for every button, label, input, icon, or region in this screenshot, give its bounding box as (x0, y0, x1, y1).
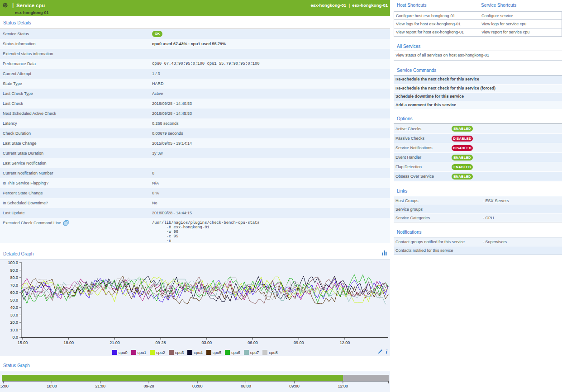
detailed-graph-title[interactable]: Detailed Graph (0, 245, 33, 259)
notifications-list: Contact groups notified for this service… (394, 237, 562, 255)
state-badge[interactable]: DISABLED (452, 145, 473, 151)
status-row-label: Percent State Change (0, 191, 152, 195)
host-shortcuts-title[interactable]: Host Shortcuts (394, 0, 478, 9)
service-status-badge: OK (152, 31, 162, 37)
link-row: Contact groups notified for this service… (394, 237, 562, 246)
svg-text:20.0: 20.0 (10, 320, 18, 325)
link-row: Service Categories- CPU (394, 213, 562, 222)
state-badge[interactable]: ENABLED (452, 126, 473, 132)
legend-label: cpu8 (269, 350, 278, 355)
service-command-link[interactable]: Re-schedule the next check for this serv… (394, 84, 562, 93)
host-subtitle[interactable]: esx-hongkong-01 (15, 10, 388, 15)
legend-item[interactable]: cpu5 (206, 350, 222, 355)
status-graph-title[interactable]: Status Graph (0, 361, 390, 371)
legend-item[interactable]: cpu4 (187, 350, 203, 355)
host-shortcut-link[interactable]: View report for host esx-hongkong-01 (394, 30, 480, 34)
link-value: - Supervisors (483, 240, 562, 244)
gear-icon[interactable] (2, 2, 8, 8)
status-row-label: Service Status (0, 32, 152, 36)
option-row: Flap DetectionENABLED (394, 162, 562, 171)
link-value: - CPU (483, 216, 562, 220)
copy-icon[interactable] (63, 220, 69, 226)
legend-swatch (112, 350, 117, 355)
svg-text:70.0: 70.0 (10, 283, 18, 288)
options-title[interactable]: Options (394, 113, 562, 123)
legend-swatch (225, 350, 230, 355)
status-row-value: 0 (152, 171, 390, 175)
service-commands-list: Re-schedule the next check for this serv… (394, 75, 562, 109)
option-label: Event Handler (395, 155, 452, 160)
svg-text:09:00: 09:00 (294, 340, 304, 345)
detailed-graph-chart[interactable]: 0.010.020.030.040.050.060.070.080.090.01… (0, 260, 390, 349)
status-row: Last Service Notification (0, 158, 390, 168)
bar-chart-icon[interactable] (382, 250, 387, 255)
svg-text:90.0: 90.0 (10, 268, 18, 273)
status-row: Is This Service Flapping?N/A (0, 178, 390, 188)
state-badge[interactable]: ENABLED (452, 155, 473, 161)
status-row: Performance Datacpu0=67.43;90;95;0;100 c… (0, 59, 390, 69)
link-value: - ESX-Servers (483, 198, 562, 203)
right-column: Host Shortcuts Service Shortcuts Configu… (394, 0, 562, 392)
service-shortcut-link[interactable]: View report for service cpu (480, 30, 562, 34)
state-badge[interactable]: DISABLED (452, 136, 473, 142)
service-command-link[interactable]: Re-schedule the next check for this serv… (394, 76, 562, 84)
status-row-label: Check Duration (0, 131, 152, 136)
state-badge[interactable]: ENABLED (452, 174, 473, 179)
legend-item[interactable]: cpu6 (225, 350, 240, 355)
legend-item[interactable]: cpu7 (244, 350, 259, 355)
host-shortcut-link[interactable]: View logs for host esx-hongkong-01 (394, 22, 480, 26)
service-commands-title[interactable]: Service Commands (394, 65, 562, 74)
pencil-icon[interactable] (378, 349, 383, 354)
info-icon[interactable]: i (386, 349, 387, 354)
service-command-link[interactable]: Schedule downtime for this service (394, 92, 562, 101)
status-row-label: State Type (0, 81, 152, 86)
status-row: Latency0.268 seconds (0, 118, 390, 128)
svg-text:80.0: 80.0 (10, 275, 18, 280)
svg-text:15:00: 15:00 (0, 384, 9, 388)
legend-item[interactable]: cpu8 (262, 350, 278, 355)
status-row-label: Last Service Notification (0, 161, 152, 165)
status-row-label: Performance Data (0, 61, 152, 66)
status-row-label: Last Check Type (0, 91, 152, 96)
service-shortcuts-title[interactable]: Service Shortcuts (478, 0, 562, 9)
all-services-title[interactable]: All Services (394, 41, 562, 50)
legend-item[interactable]: cpu0 (112, 350, 128, 355)
legend-item[interactable]: cpu1 (131, 350, 147, 355)
link-row: Service groups (394, 205, 562, 213)
service-command-link[interactable]: Add a comment for this service (394, 101, 562, 109)
svg-text:21:00: 21:00 (95, 384, 106, 388)
legend-item[interactable]: cpu3 (169, 350, 184, 355)
option-row: Active ChecksENABLED (394, 124, 562, 133)
notifications-title[interactable]: Notifications (394, 227, 562, 236)
host-shortcut-link[interactable]: Configure host esx-hongkong-01 (394, 14, 480, 18)
service-shortcut-link[interactable]: Configure service (480, 14, 562, 18)
legend-label: cpu5 (213, 350, 222, 355)
options-list: Active ChecksENABLEDPassive ChecksDISABL… (394, 123, 562, 181)
option-label: Service Notifications (395, 146, 452, 150)
status-graph-chart[interactable]: 15:0018:0021:0009-2803:0006:0009:0012:00 (0, 371, 390, 392)
status-row-label: In Scheduled Downtime? (0, 201, 152, 205)
breadcrumb[interactable]: esx-hongkong-01 | esx-hongkong-01 (310, 3, 388, 8)
status-details-title[interactable]: Status Details (0, 16, 390, 28)
legend-label: cpu6 (231, 350, 240, 355)
status-row-value: HARD (152, 81, 390, 86)
svg-text:12:00: 12:00 (340, 340, 350, 345)
status-row-label: Current Notification Number (0, 171, 152, 175)
status-row-label: Status information (0, 42, 152, 46)
all-services-link[interactable]: View status of all services on host esx-… (394, 51, 562, 61)
link-label: Host Groups (395, 198, 483, 203)
shortcut-row: View report for host esx-hongkong-01View… (394, 28, 562, 37)
legend-item[interactable]: cpu2 (150, 350, 165, 355)
status-row-value: Active (152, 91, 390, 96)
svg-text:09-28: 09-28 (156, 340, 166, 345)
svg-text:03:00: 03:00 (192, 384, 203, 388)
status-row-value: 2018/09/28 - 14:40:53 (152, 101, 390, 106)
legend-label: cpu4 (194, 350, 203, 355)
status-row-value: No (152, 201, 390, 205)
legend-label: cpu1 (138, 350, 147, 355)
status-row: Next Scheduled Active Check2018/09/28 - … (0, 109, 390, 118)
service-shortcut-link[interactable]: View logs for service cpu (480, 22, 562, 26)
state-badge[interactable]: ENABLED (452, 164, 473, 170)
link-row: Host Groups- ESX-Servers (394, 196, 562, 205)
links-title[interactable]: Links (394, 186, 562, 195)
